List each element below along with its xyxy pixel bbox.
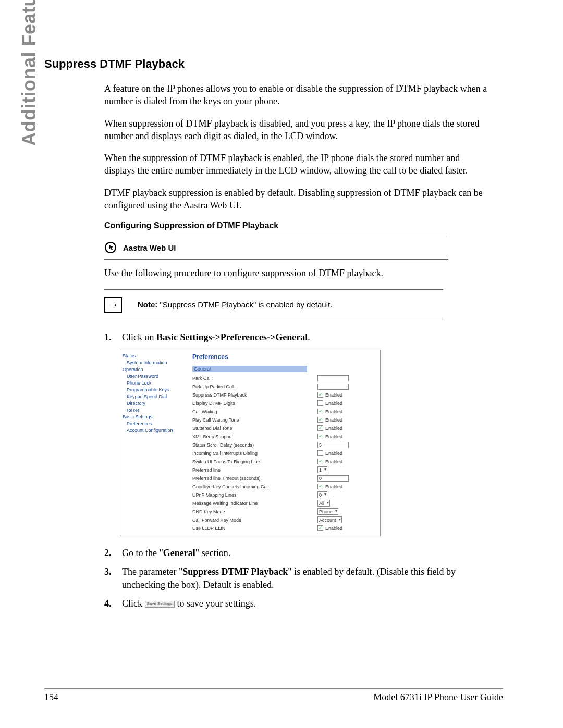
settings-row: UPnP Mapping Lines0 bbox=[192, 491, 376, 499]
setting-label: XML Beep Support bbox=[192, 434, 317, 439]
checkbox[interactable]: ✓ bbox=[317, 417, 323, 423]
note-block: → Note: "Suppress DTMF Playback" is enab… bbox=[104, 289, 443, 320]
nav-heading: Status bbox=[123, 353, 186, 360]
step-item: 2. Go to the "General" section. bbox=[104, 547, 490, 559]
settings-row: Park Call: bbox=[192, 374, 376, 382]
setting-label: Preferred line bbox=[192, 467, 317, 473]
nav-link[interactable]: Directory bbox=[123, 400, 186, 407]
section-tab: Additional Features bbox=[18, 0, 40, 146]
checkbox[interactable] bbox=[317, 450, 323, 456]
settings-row: Use LLDP ELIN✓Enabled bbox=[192, 524, 376, 533]
setting-label: Play Call Waiting Tone bbox=[192, 417, 317, 423]
settings-row: Status Scroll Delay (seconds)5 bbox=[192, 441, 376, 449]
checkbox[interactable]: ✓ bbox=[317, 425, 323, 431]
setting-label: Call Waiting bbox=[192, 409, 317, 414]
nav-link[interactable]: User Password bbox=[123, 373, 186, 380]
settings-row: Suppress DTMF Playback✓Enabled bbox=[192, 391, 376, 399]
step-number: 3. bbox=[104, 565, 115, 591]
subheading: Configuring Suppression of DTMF Playback bbox=[104, 221, 490, 230]
checkbox-label: Enabled bbox=[325, 451, 342, 456]
text-input[interactable] bbox=[317, 375, 349, 381]
select-dropdown[interactable]: 1 bbox=[317, 466, 327, 473]
settings-row: Call Waiting✓Enabled bbox=[192, 408, 376, 416]
nav-link[interactable]: Account Configuration bbox=[123, 427, 186, 434]
steps-list-continued: 2. Go to the "General" section. 3. The p… bbox=[104, 547, 490, 610]
setting-label: Incoming Call Interrupts Dialing bbox=[192, 451, 317, 456]
paragraph: When the suppression of DTMF playback is… bbox=[104, 152, 490, 177]
lead-text: Use the following procedure to configure… bbox=[104, 267, 490, 279]
select-dropdown[interactable]: Account bbox=[317, 516, 342, 523]
nav-link[interactable]: Keypad Speed Dial bbox=[123, 393, 186, 400]
settings-row: Stuttered Dial Tone✓Enabled bbox=[192, 424, 376, 433]
checkbox[interactable]: ✓ bbox=[317, 392, 323, 398]
nav-link[interactable]: Preferences bbox=[123, 421, 186, 427]
checkbox[interactable]: ✓ bbox=[317, 459, 323, 464]
settings-row: Preferred line Timeout (seconds)0 bbox=[192, 474, 376, 483]
settings-row: Goodbye Key Cancels Incoming Call✓Enable… bbox=[192, 483, 376, 491]
section-header: General bbox=[192, 366, 307, 372]
settings-row: Incoming Call Interrupts DialingEnabled bbox=[192, 449, 376, 458]
checkbox-label: Enabled bbox=[325, 409, 342, 414]
settings-row: Pick Up Parked Call: bbox=[192, 382, 376, 391]
step-number: 1. bbox=[104, 331, 115, 343]
nav-link[interactable]: Reset bbox=[123, 407, 186, 414]
nav-heading: Operation bbox=[123, 366, 186, 373]
checkbox-label: Enabled bbox=[325, 484, 342, 489]
step-item: 3. The parameter "Suppress DTMF Playback… bbox=[104, 565, 490, 591]
arrow-icon: → bbox=[104, 297, 122, 313]
settings-row: Play Call Waiting Tone✓Enabled bbox=[192, 416, 376, 424]
checkbox-label: Enabled bbox=[325, 401, 342, 406]
setting-label: Preferred line Timeout (seconds) bbox=[192, 476, 317, 481]
step-item: 4. Click Save Settings to save your sett… bbox=[104, 597, 490, 610]
checkbox-label: Enabled bbox=[325, 417, 342, 423]
setting-label: Display DTMF Digits bbox=[192, 401, 317, 406]
checkbox-label: Enabled bbox=[325, 434, 342, 439]
panel-title: Preferences bbox=[192, 353, 376, 361]
setting-label: Switch UI Focus To Ringing Line bbox=[192, 459, 317, 464]
paragraph: A feature on the IP phones allows you to… bbox=[104, 82, 490, 108]
page-number: 154 bbox=[44, 692, 58, 703]
settings-row: Call Forward Key ModeAccount bbox=[192, 516, 376, 524]
checkbox-label: Enabled bbox=[325, 392, 342, 398]
text-input[interactable]: 0 bbox=[317, 475, 349, 482]
text-input[interactable]: 5 bbox=[317, 442, 349, 448]
setting-label: Suppress DTMF Playback bbox=[192, 392, 317, 398]
nav-link[interactable]: System Information bbox=[123, 360, 186, 366]
setting-label: Status Scroll Delay (seconds) bbox=[192, 442, 317, 448]
setting-label: Goodbye Key Cancels Incoming Call bbox=[192, 484, 317, 489]
save-settings-button[interactable]: Save Settings bbox=[145, 601, 175, 608]
document-title: Model 6731i IP Phone User Guide bbox=[373, 692, 503, 703]
nav-link[interactable]: Programmable Keys bbox=[123, 387, 186, 393]
select-dropdown[interactable]: Phone bbox=[317, 508, 338, 515]
page-content: Suppress DTMF Playback A feature on the … bbox=[44, 57, 503, 616]
setting-label: Stuttered Dial Tone bbox=[192, 426, 317, 431]
checkbox[interactable]: ✓ bbox=[317, 484, 323, 489]
settings-row: Message Waiting Indicator LineAll bbox=[192, 499, 376, 508]
text-input[interactable] bbox=[317, 384, 349, 390]
checkbox[interactable]: ✓ bbox=[317, 409, 323, 414]
checkbox[interactable] bbox=[317, 400, 323, 406]
nav-sidebar: Status System Information Operation User… bbox=[120, 350, 188, 536]
select-dropdown[interactable]: All bbox=[317, 500, 330, 507]
paragraph: When suppression of DTMF playback is dis… bbox=[104, 117, 490, 143]
checkbox-label: Enabled bbox=[325, 459, 342, 464]
page-footer: 154 Model 6731i IP Phone User Guide bbox=[44, 688, 503, 703]
settings-row: DND Key ModePhone bbox=[192, 508, 376, 516]
settings-row: Preferred line1 bbox=[192, 466, 376, 474]
settings-row: Switch UI Focus To Ringing Line✓Enabled bbox=[192, 458, 376, 466]
note-text: Note: "Suppress DTMF Playback" is enable… bbox=[138, 300, 332, 309]
step-item: 1. Click on Basic Settings->Preferences-… bbox=[104, 331, 490, 343]
callout-label: Aastra Web UI bbox=[123, 243, 176, 252]
settings-row: Display DTMF DigitsEnabled bbox=[192, 399, 376, 408]
settings-row: XML Beep Support✓Enabled bbox=[192, 433, 376, 441]
nav-link[interactable]: Phone Lock bbox=[123, 380, 186, 387]
mouse-icon bbox=[104, 241, 117, 254]
setting-label: Call Forward Key Mode bbox=[192, 517, 317, 523]
main-panel: Preferences General Park Call:Pick Up Pa… bbox=[188, 350, 380, 536]
setting-label: Park Call: bbox=[192, 376, 317, 381]
checkbox[interactable]: ✓ bbox=[317, 434, 323, 439]
select-dropdown[interactable]: 0 bbox=[317, 491, 327, 498]
nav-heading: Basic Settings bbox=[123, 414, 186, 421]
paragraph: DTMF playback suppression is enabled by … bbox=[104, 187, 490, 212]
checkbox[interactable]: ✓ bbox=[317, 525, 323, 531]
